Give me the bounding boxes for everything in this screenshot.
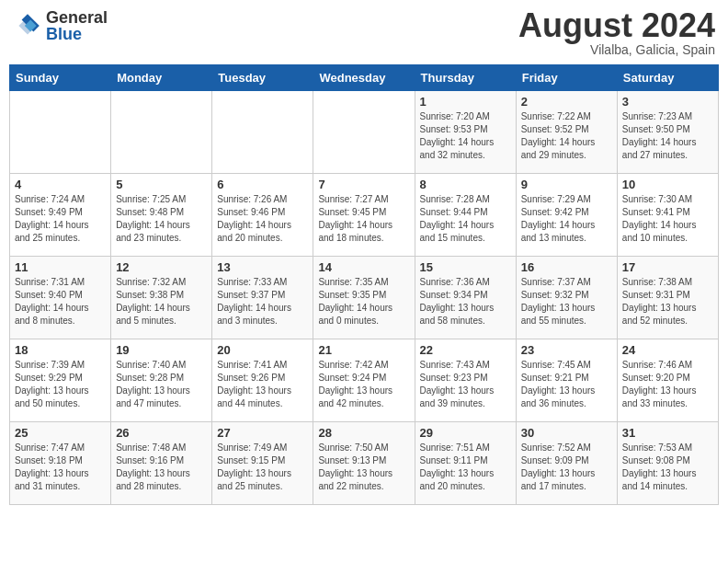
day-number: 29 [420, 426, 511, 440]
day-number: 18 [15, 343, 106, 357]
day-info: Sunrise: 7:26 AM Sunset: 9:46 PM Dayligh… [217, 193, 308, 245]
month-year: August 2024 [518, 9, 715, 42]
calendar-cell: 5Sunrise: 7:25 AM Sunset: 9:48 PM Daylig… [111, 174, 212, 257]
day-number: 13 [217, 260, 308, 274]
day-info: Sunrise: 7:43 AM Sunset: 9:23 PM Dayligh… [420, 359, 511, 410]
day-header-tuesday: Tuesday [212, 65, 313, 91]
calendar-cell: 6Sunrise: 7:26 AM Sunset: 9:46 PM Daylig… [212, 174, 313, 257]
day-number: 1 [420, 95, 511, 109]
calendar-cell [313, 91, 415, 174]
calendar-cell: 21Sunrise: 7:42 AM Sunset: 9:24 PM Dayli… [313, 339, 415, 422]
day-info: Sunrise: 7:25 AM Sunset: 9:48 PM Dayligh… [116, 193, 207, 245]
calendar-week-row: 1Sunrise: 7:20 AM Sunset: 9:53 PM Daylig… [10, 91, 719, 174]
day-number: 23 [521, 343, 612, 357]
calendar-cell: 28Sunrise: 7:50 AM Sunset: 9:13 PM Dayli… [313, 422, 415, 505]
day-info: Sunrise: 7:29 AM Sunset: 9:42 PM Dayligh… [521, 193, 612, 245]
day-number: 19 [116, 343, 207, 357]
calendar-cell: 15Sunrise: 7:36 AM Sunset: 9:34 PM Dayli… [415, 257, 516, 339]
calendar-cell: 14Sunrise: 7:35 AM Sunset: 9:35 PM Dayli… [313, 257, 415, 339]
day-info: Sunrise: 7:27 AM Sunset: 9:45 PM Dayligh… [318, 193, 409, 245]
day-info: Sunrise: 7:50 AM Sunset: 9:13 PM Dayligh… [318, 442, 409, 493]
day-info: Sunrise: 7:39 AM Sunset: 9:29 PM Dayligh… [15, 359, 106, 410]
day-number: 10 [622, 178, 713, 191]
logo-icon [13, 11, 42, 40]
logo: General Blue [13, 9, 108, 42]
day-info: Sunrise: 7:45 AM Sunset: 9:21 PM Dayligh… [521, 359, 612, 410]
logo-blue: Blue [46, 26, 108, 42]
title-block: August 2024 Vilalba, Galicia, Spain [518, 9, 715, 57]
calendar-cell: 3Sunrise: 7:23 AM Sunset: 9:50 PM Daylig… [617, 91, 718, 174]
day-info: Sunrise: 7:49 AM Sunset: 9:15 PM Dayligh… [217, 442, 308, 493]
day-number: 31 [622, 426, 713, 440]
day-header-saturday: Saturday [617, 65, 718, 91]
calendar-cell: 26Sunrise: 7:48 AM Sunset: 9:16 PM Dayli… [111, 422, 212, 505]
day-number: 20 [217, 343, 308, 357]
day-info: Sunrise: 7:28 AM Sunset: 9:44 PM Dayligh… [420, 193, 511, 245]
day-info: Sunrise: 7:31 AM Sunset: 9:40 PM Dayligh… [15, 276, 106, 327]
calendar-cell: 24Sunrise: 7:46 AM Sunset: 9:20 PM Dayli… [617, 339, 718, 422]
calendar-cell [111, 91, 212, 174]
day-number: 16 [521, 260, 612, 274]
calendar-cell: 22Sunrise: 7:43 AM Sunset: 9:23 PM Dayli… [415, 339, 516, 422]
calendar-week-row: 18Sunrise: 7:39 AM Sunset: 9:29 PM Dayli… [10, 339, 719, 422]
day-number: 6 [217, 178, 308, 191]
day-number: 25 [15, 426, 106, 440]
day-number: 26 [116, 426, 207, 440]
day-number: 17 [622, 260, 713, 274]
page-header: General Blue August 2024 Vilalba, Galici… [9, 9, 719, 57]
day-info: Sunrise: 7:33 AM Sunset: 9:37 PM Dayligh… [217, 276, 308, 327]
calendar-cell: 1Sunrise: 7:20 AM Sunset: 9:53 PM Daylig… [415, 91, 516, 174]
calendar-table: SundayMondayTuesdayWednesdayThursdayFrid… [9, 64, 719, 505]
calendar-cell: 20Sunrise: 7:41 AM Sunset: 9:26 PM Dayli… [212, 339, 313, 422]
calendar-cell: 10Sunrise: 7:30 AM Sunset: 9:41 PM Dayli… [617, 174, 718, 257]
calendar-cell: 4Sunrise: 7:24 AM Sunset: 9:49 PM Daylig… [10, 174, 111, 257]
calendar-cell: 11Sunrise: 7:31 AM Sunset: 9:40 PM Dayli… [10, 257, 111, 339]
logo-general: General [46, 9, 108, 26]
day-number: 28 [318, 426, 409, 440]
day-number: 14 [318, 260, 409, 274]
day-header-friday: Friday [516, 65, 617, 91]
calendar-week-row: 11Sunrise: 7:31 AM Sunset: 9:40 PM Dayli… [10, 257, 719, 339]
day-number: 12 [116, 260, 207, 274]
calendar-cell: 31Sunrise: 7:53 AM Sunset: 9:08 PM Dayli… [617, 422, 718, 505]
calendar-cell: 23Sunrise: 7:45 AM Sunset: 9:21 PM Dayli… [516, 339, 617, 422]
calendar-cell [10, 91, 111, 174]
day-info: Sunrise: 7:42 AM Sunset: 9:24 PM Dayligh… [318, 359, 409, 410]
day-info: Sunrise: 7:20 AM Sunset: 9:53 PM Dayligh… [420, 110, 511, 162]
day-info: Sunrise: 7:32 AM Sunset: 9:38 PM Dayligh… [116, 276, 207, 327]
day-header-wednesday: Wednesday [313, 65, 415, 91]
calendar-week-row: 4Sunrise: 7:24 AM Sunset: 9:49 PM Daylig… [10, 174, 719, 257]
calendar-cell: 13Sunrise: 7:33 AM Sunset: 9:37 PM Dayli… [212, 257, 313, 339]
calendar-cell: 18Sunrise: 7:39 AM Sunset: 9:29 PM Dayli… [10, 339, 111, 422]
day-number: 5 [116, 178, 207, 191]
calendar-week-row: 25Sunrise: 7:47 AM Sunset: 9:18 PM Dayli… [10, 422, 719, 505]
day-info: Sunrise: 7:47 AM Sunset: 9:18 PM Dayligh… [15, 442, 106, 493]
calendar-cell [212, 91, 313, 174]
day-number: 8 [420, 178, 511, 191]
calendar-cell: 27Sunrise: 7:49 AM Sunset: 9:15 PM Dayli… [212, 422, 313, 505]
day-info: Sunrise: 7:38 AM Sunset: 9:31 PM Dayligh… [622, 276, 713, 327]
day-info: Sunrise: 7:46 AM Sunset: 9:20 PM Dayligh… [622, 359, 713, 410]
day-info: Sunrise: 7:37 AM Sunset: 9:32 PM Dayligh… [521, 276, 612, 327]
calendar-cell: 8Sunrise: 7:28 AM Sunset: 9:44 PM Daylig… [415, 174, 516, 257]
calendar-cell: 19Sunrise: 7:40 AM Sunset: 9:28 PM Dayli… [111, 339, 212, 422]
day-info: Sunrise: 7:41 AM Sunset: 9:26 PM Dayligh… [217, 359, 308, 410]
logo-text: General Blue [46, 9, 108, 42]
day-number: 30 [521, 426, 612, 440]
day-info: Sunrise: 7:23 AM Sunset: 9:50 PM Dayligh… [622, 110, 713, 162]
day-number: 4 [15, 178, 106, 191]
day-header-monday: Monday [111, 65, 212, 91]
day-number: 24 [622, 343, 713, 357]
day-number: 3 [622, 95, 713, 109]
day-info: Sunrise: 7:24 AM Sunset: 9:49 PM Dayligh… [15, 193, 106, 245]
day-info: Sunrise: 7:51 AM Sunset: 9:11 PM Dayligh… [420, 442, 511, 493]
day-info: Sunrise: 7:22 AM Sunset: 9:52 PM Dayligh… [521, 110, 612, 162]
location: Vilalba, Galicia, Spain [518, 42, 715, 57]
calendar-header-row: SundayMondayTuesdayWednesdayThursdayFrid… [10, 65, 719, 91]
day-info: Sunrise: 7:48 AM Sunset: 9:16 PM Dayligh… [116, 442, 207, 493]
calendar-cell: 25Sunrise: 7:47 AM Sunset: 9:18 PM Dayli… [10, 422, 111, 505]
calendar-cell: 7Sunrise: 7:27 AM Sunset: 9:45 PM Daylig… [313, 174, 415, 257]
day-info: Sunrise: 7:52 AM Sunset: 9:09 PM Dayligh… [521, 442, 612, 493]
day-number: 11 [15, 260, 106, 274]
day-number: 22 [420, 343, 511, 357]
